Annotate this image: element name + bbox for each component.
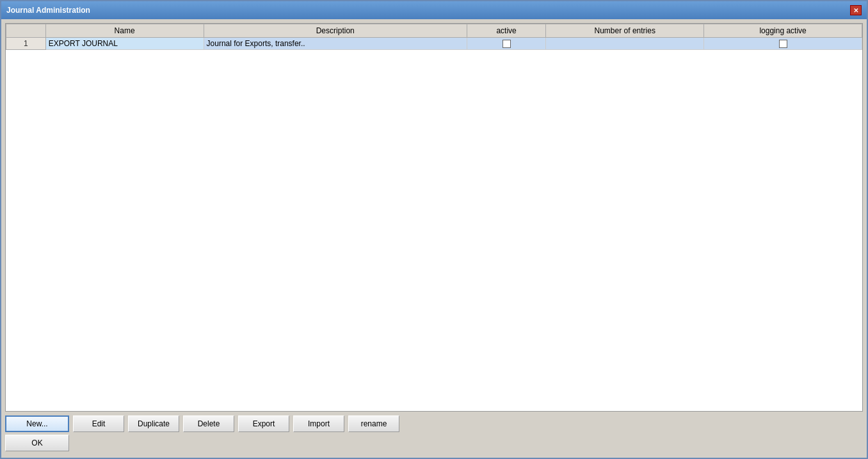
table-row[interactable]: 1 EXPORT JOURNAL Journal for Exports, tr… (6, 38, 862, 50)
dialog-title: Journal Administration (6, 6, 90, 15)
content-area: Name Description active Number of entrie… (1, 19, 867, 458)
close-button[interactable]: ✕ (850, 5, 862, 15)
journal-table-container: Name Description active Number of entrie… (5, 23, 863, 412)
active-checkbox[interactable] (502, 40, 511, 48)
delete-button[interactable]: Delete (183, 415, 234, 432)
button-row-top: New... Edit Duplicate Delete Export Impo… (5, 415, 863, 432)
rename-button[interactable]: rename (348, 415, 399, 432)
row-active-cell (467, 38, 545, 50)
row-name: EXPORT JOURNAL (45, 38, 204, 50)
header-name: Name (45, 24, 204, 38)
duplicate-button[interactable]: Duplicate (128, 415, 179, 432)
new-button[interactable]: New... (5, 415, 69, 432)
export-button[interactable]: Export (238, 415, 289, 432)
table-body: 1 EXPORT JOURNAL Journal for Exports, tr… (6, 38, 862, 50)
button-area: New... Edit Duplicate Delete Export Impo… (5, 412, 863, 454)
button-row-bottom: OK (5, 435, 863, 451)
header-active: active (467, 24, 545, 38)
title-bar: Journal Administration ✕ (1, 1, 867, 19)
ok-button[interactable]: OK (5, 435, 69, 451)
header-index (6, 24, 46, 38)
row-entries (546, 38, 704, 50)
row-index: 1 (6, 38, 46, 50)
header-row: Name Description active Number of entrie… (6, 24, 862, 38)
row-logging-cell (704, 38, 862, 50)
edit-button[interactable]: Edit (73, 415, 124, 432)
header-logging: logging active (704, 24, 862, 38)
journal-table: Name Description active Number of entrie… (6, 24, 862, 50)
header-description: Description (204, 24, 467, 38)
logging-checkbox[interactable] (779, 40, 787, 48)
header-entries: Number of entries (546, 24, 704, 38)
journal-administration-dialog: Journal Administration ✕ Name Descriptio… (0, 0, 868, 459)
table-header: Name Description active Number of entrie… (6, 24, 862, 38)
row-description: Journal for Exports, transfer.. (204, 38, 467, 50)
import-button[interactable]: Import (293, 415, 344, 432)
close-icon: ✕ (853, 7, 858, 14)
